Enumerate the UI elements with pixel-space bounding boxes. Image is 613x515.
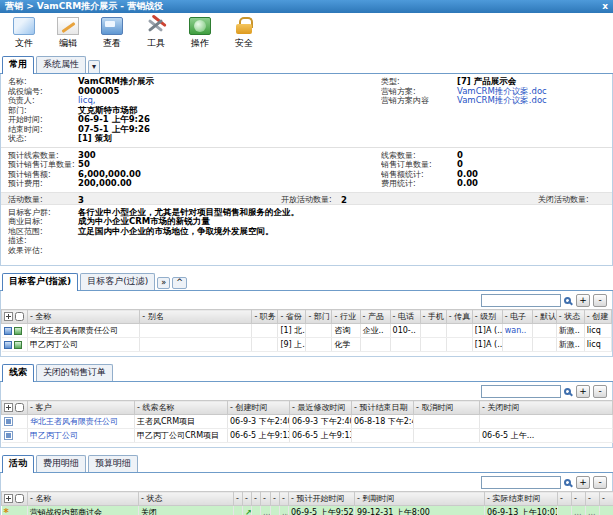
column-header[interactable]: - 产品 (360, 310, 390, 324)
collapse-icon[interactable]: ^ (172, 277, 187, 289)
tab-budget-details[interactable]: 预算明细 (88, 455, 138, 472)
column-header[interactable]: - (600, 492, 613, 506)
search-icon[interactable] (564, 479, 571, 486)
column-header[interactable]: - 名称 (28, 492, 139, 506)
column-header[interactable]: - 状态 (556, 310, 584, 324)
column-header[interactable]: - (252, 492, 261, 506)
table-row[interactable]: 华北王者风有限责任公司 王者风CRM项目 06-9-3 下午2:40 06-9-… (2, 415, 613, 429)
column-header[interactable]: - 全称 (28, 310, 140, 324)
table-cell (414, 415, 480, 429)
column-header[interactable]: - 默认 (532, 310, 556, 324)
column-header[interactable]: - 最近修改时间 (290, 401, 352, 415)
add-button[interactable]: + (576, 385, 590, 398)
edit-menu-button[interactable]: 编辑 (52, 17, 84, 50)
add-button[interactable]: + (576, 294, 590, 307)
select-all-checkbox[interactable] (15, 494, 24, 503)
column-header[interactable]: - (261, 492, 271, 506)
lead-icon[interactable] (4, 417, 13, 426)
remove-button[interactable]: - (593, 385, 607, 398)
lead-icon[interactable] (4, 431, 13, 440)
column-header[interactable]: - 行业 (332, 310, 360, 324)
expand-all-icon[interactable] (4, 403, 13, 412)
view-menu-button[interactable]: 查看 (96, 17, 128, 50)
select-all-checkbox[interactable] (15, 312, 24, 321)
column-header[interactable]: - 预计开始时间 (289, 492, 355, 506)
expand-all-icon[interactable] (4, 494, 13, 503)
column-header[interactable]: - 状态 (139, 492, 234, 506)
meeting-icon[interactable]: * (4, 507, 9, 515)
column-header[interactable]: - 创建时间 (228, 401, 290, 415)
column-header[interactable]: - (243, 492, 252, 506)
add-button[interactable]: + (576, 476, 590, 489)
column-header[interactable]: - (280, 492, 289, 506)
customer-link-cell[interactable]: 华北王者风有限责任公司 (28, 415, 135, 429)
column-header[interactable]: - (271, 492, 280, 506)
table-cell (252, 324, 278, 338)
file-menu-button[interactable]: 文件 (8, 17, 40, 50)
remove-button[interactable]: - (593, 294, 607, 307)
close-icon[interactable]: x (602, 1, 608, 12)
column-header[interactable]: - 实际结束时间 (485, 492, 558, 506)
field-value: 0.00 (457, 179, 478, 189)
plan-content-doc-link[interactable]: VamCRM推介议案.doc (457, 96, 547, 106)
column-header[interactable]: - 级别 (472, 310, 502, 324)
column-header[interactable]: - (558, 492, 572, 506)
column-header[interactable]: - 到期时间 (355, 492, 485, 506)
search-input[interactable] (481, 476, 561, 489)
column-header[interactable]: - (586, 492, 600, 506)
security-menu-button[interactable]: 安全 (228, 17, 260, 50)
search-input[interactable] (481, 294, 561, 307)
table-cell: 010-.. (390, 324, 420, 338)
tab-system-properties[interactable]: 系统属性 (36, 56, 86, 73)
column-header[interactable]: - 部门 (306, 310, 332, 324)
column-header[interactable]: - 创建 (584, 310, 611, 324)
leads-tabbar: 线索 关闭的销售订单 (0, 360, 613, 382)
table-row[interactable]: 甲乙丙丁公司 [9] 上.. 化学 [1]A (.. 新激.. (2, 338, 612, 352)
column-header[interactable]: - 传真 (446, 310, 472, 324)
scroll-right-icon[interactable]: » (157, 277, 170, 289)
expand-all-icon[interactable] (4, 312, 13, 321)
owner-link[interactable]: licq, (78, 96, 96, 106)
column-header[interactable]: - 省份 (278, 310, 306, 324)
column-header[interactable]: - 手机 (420, 310, 446, 324)
column-header[interactable]: - 电子 (502, 310, 532, 324)
tab-targets-filtered[interactable]: 目标客户(过滤) (80, 273, 155, 290)
table-row[interactable]: * 营销战役内部商讨会 关闭 ↗ ... ... 06-9-5 上午9:52 9… (2, 506, 613, 515)
column-header[interactable]: - 关闭时间 (480, 401, 613, 415)
column-header[interactable]: - 线索名称 (135, 401, 228, 415)
field-value: 0 (457, 160, 463, 170)
search-input[interactable] (481, 385, 561, 398)
security-icon (233, 17, 255, 35)
column-header[interactable]: - 电话 (390, 310, 420, 324)
contact-icon[interactable] (14, 327, 22, 335)
tools-menu-button[interactable]: 工具 (140, 17, 172, 50)
column-header[interactable]: - 预计结束日期 (352, 401, 414, 415)
tab-closed-sales-orders[interactable]: 关闭的销售订单 (36, 364, 113, 381)
account-icon[interactable] (4, 327, 12, 335)
tab-cost-details[interactable]: 费用明细 (36, 455, 86, 472)
account-icon[interactable] (4, 341, 12, 349)
tab-leads[interactable]: 线索 (2, 364, 34, 382)
tab-activities[interactable]: 活动 (2, 455, 34, 473)
plan-doc-link[interactable]: VamCRM推介议案.doc (457, 87, 547, 97)
column-header[interactable]: - 职务 (252, 310, 278, 324)
email-link-cell[interactable]: wan.. (502, 324, 532, 338)
tab-targets-assigned[interactable]: 目标客户(指派) (2, 273, 78, 291)
table-cell (306, 338, 332, 352)
search-icon[interactable] (564, 297, 571, 304)
column-header[interactable]: - (572, 492, 586, 506)
tab-more[interactable]: ▾ (88, 60, 100, 73)
column-header[interactable]: - 取消时间 (414, 401, 480, 415)
tab-common[interactable]: 常用 (2, 56, 34, 74)
table-row[interactable]: 华北王者风有限责任公司 [1] 北.. 咨询 企业.. 010-.. [1]A … (2, 324, 612, 338)
table-row[interactable]: 甲乙丙丁公司 甲乙丙丁公司CRM项目 06-6-5 上午9:13 06-6-5 … (2, 429, 613, 443)
operate-menu-button[interactable]: 操作 (184, 17, 216, 50)
column-header[interactable]: - (234, 492, 243, 506)
column-header[interactable]: - 客户 (28, 401, 135, 415)
remove-button[interactable]: - (593, 476, 607, 489)
search-icon[interactable] (564, 388, 571, 395)
column-header[interactable]: - 别名 (140, 310, 252, 324)
contact-icon[interactable] (14, 341, 22, 349)
select-all-checkbox[interactable] (15, 403, 24, 412)
customer-link-cell[interactable]: 甲乙丙丁公司 (28, 429, 135, 443)
